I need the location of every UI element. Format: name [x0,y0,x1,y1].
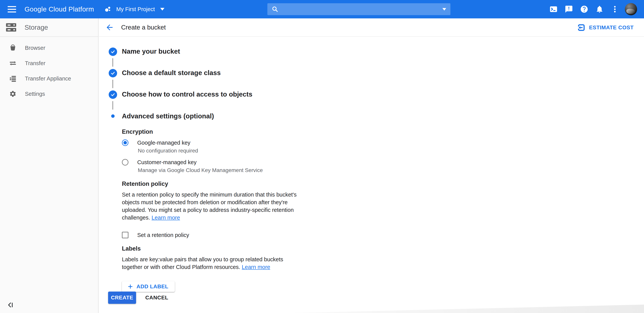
sidebar-item-browser[interactable]: Browser [0,40,98,55]
form-actions: CREATE CANCEL [108,292,168,304]
retention-policy-description: Set a retention policy to specify the mi… [122,191,303,221]
radio-label: Google-managed key [137,140,190,146]
sidebar-item-transfer-appliance[interactable]: Transfer Appliance [0,71,98,86]
page-header: Create a bucket ESTIMATE COST [99,18,644,37]
add-label-button[interactable]: ADD LABEL [122,281,175,292]
sidebar-item-label: Browser [25,45,45,51]
radio-unselected-icon[interactable] [122,159,128,166]
terminal-icon [549,5,558,13]
create-button[interactable]: CREATE [108,292,136,304]
sidebar-item-label: Transfer [25,60,46,66]
search-icon [272,6,278,13]
hamburger-menu-button[interactable] [8,4,17,14]
check-icon [110,70,116,76]
estimate-cost-button[interactable]: ESTIMATE COST [578,18,634,37]
more-options-button[interactable] [610,4,620,14]
open-panel-arrow-icon [578,24,585,31]
gcp-logo[interactable]: Google Cloud Platform [24,5,94,13]
radio-selected-icon[interactable] [122,139,128,146]
cancel-button[interactable]: CANCEL [145,295,168,301]
cloud-shell-button[interactable] [548,4,558,14]
step-3-completed-icon [109,90,117,99]
step-1-title[interactable]: Name your bucket [122,47,180,56]
project-name: My First Project [116,6,155,12]
estimate-cost-label: ESTIMATE COST [589,24,634,31]
sidebar-nav: Browser Transfer Transfer Appliance [0,37,98,101]
radio-description: Manage via Google Cloud Key Management S… [138,167,303,174]
topbar-actions [543,0,637,18]
transfer-arrows-icon [9,59,16,67]
sidebar-item-label: Settings [25,91,45,97]
stepper-connector [112,101,113,110]
notifications-button[interactable] [594,4,604,14]
checkbox-label: Set a retention policy [137,232,189,238]
sidebar-header: Storage [0,18,98,37]
radio-description: No configuration required [138,147,303,154]
checkbox-unchecked-icon[interactable] [122,232,128,238]
collapse-left-icon [7,301,15,309]
user-avatar[interactable] [625,3,637,15]
retention-policy-text: Set a retention policy to specify the mi… [122,192,296,221]
radio-google-managed-key[interactable]: Google-managed key [122,139,303,146]
bell-icon [595,5,604,13]
corner-shadow [290,305,644,313]
step-2-completed-icon [109,69,117,77]
plus-icon [127,284,134,290]
gear-icon [9,90,16,97]
step-4-title[interactable]: Advanced settings (optional) [122,111,214,121]
stepper-connector [112,80,113,88]
storage-product-icon [6,22,16,32]
step-2-title[interactable]: Choose a default storage class [122,68,220,77]
project-icon [105,6,111,12]
feedback-icon [565,5,573,13]
set-retention-policy-checkbox-row[interactable]: Set a retention policy [122,232,303,238]
step-4-current-dot [111,114,114,118]
step-1-completed-icon [109,47,117,56]
radio-customer-managed-key[interactable]: Customer-managed key [122,159,303,166]
bucket-icon [9,44,16,51]
hamburger-icon [8,6,16,7]
labels-heading: Labels [122,245,303,252]
feedback-button[interactable] [564,4,574,14]
radio-label: Customer-managed key [137,159,196,166]
sidebar-item-settings[interactable]: Settings [0,86,98,101]
search-dropdown-caret-icon[interactable] [442,8,446,10]
main-content: Create a bucket ESTIMATE COST Name your … [99,18,644,313]
check-icon [110,92,116,97]
advanced-settings-section: Encryption Google-managed key No configu… [122,128,303,292]
three-dots-icon [611,5,619,13]
help-icon [580,5,588,13]
appliance-list-icon [9,75,16,82]
chevron-down-icon [160,8,164,10]
back-button[interactable] [105,22,114,32]
help-button[interactable] [579,4,589,14]
step-3-title[interactable]: Choose how to control access to objects [122,90,252,99]
collapse-sidebar-button[interactable] [6,300,16,310]
top-bar: Google Cloud Platform My First Project [0,0,644,18]
page-title: Create a bucket [121,24,166,31]
add-label-text: ADD LABEL [136,284,168,290]
sidebar-item-transfer[interactable]: Transfer [0,55,98,71]
search-input[interactable] [282,6,440,12]
retention-learn-more-link[interactable]: Learn more [152,215,180,221]
search-bar[interactable] [268,3,450,15]
project-selector[interactable]: My First Project [105,6,164,12]
arrow-back-icon [105,23,114,32]
sidebar-item-label: Transfer Appliance [25,75,71,82]
check-icon [110,49,116,54]
sidebar-title: Storage [24,23,48,31]
labels-learn-more-link[interactable]: Learn more [242,264,270,270]
encryption-heading: Encryption [122,128,303,135]
storage-sidebar: Storage Browser Transfer [0,18,98,313]
labels-description: Labels are key:value pairs that allow yo… [122,256,303,271]
create-bucket-form: Name your bucket Choose a default storag… [99,37,644,313]
retention-policy-heading: Retention policy [122,180,303,187]
stepper-connector [112,58,113,67]
